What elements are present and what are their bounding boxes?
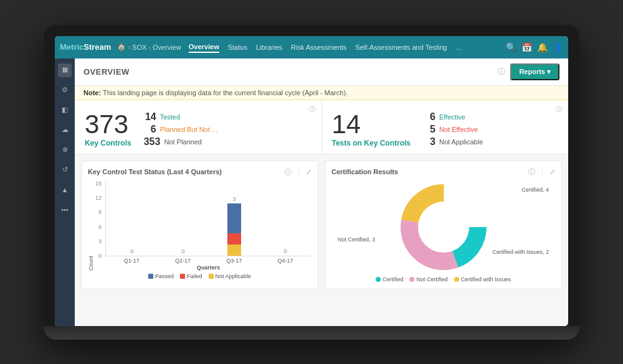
stat-rows-left: 14 Tested 6 Planned But Not ... 353 Not … [144, 111, 217, 147]
not-effective-label[interactable]: Not Effective [439, 126, 478, 133]
notifications-icon[interactable]: 🔔 [537, 42, 548, 52]
legend-label-na: Not Applicable [216, 273, 252, 279]
stat-panel-key-controls: ⓘ 373 Key Controls 14 Tested [75, 100, 321, 154]
not-effective-count: 5 [423, 124, 435, 135]
x-label-q2: Q2-17 [163, 258, 202, 264]
donut-label-not-certified: Not Certified, 3 [338, 236, 375, 243]
stat-row-not-effective: 5 Not Effective [423, 124, 483, 135]
bar-segment-na-q3 [227, 245, 241, 256]
sidebar-icon-home[interactable]: ⊞ [58, 63, 72, 77]
bar-chart-menu-icon[interactable]: ⋮ [295, 168, 302, 176]
sidebar-icon-refresh[interactable]: ↺ [58, 163, 72, 177]
user-icon[interactable]: 👤 [553, 42, 563, 52]
key-controls-label[interactable]: Key Controls [85, 139, 131, 147]
content-header: OVERVIEW ⓘ Reports ▾ [75, 58, 568, 86]
stat-rows-right: 6 Effective 5 Not Effective 3 Not Applic… [423, 111, 483, 147]
x-labels: Q1-17 Q2-17 Q3-17 Q4-17 [105, 256, 312, 264]
home-icon[interactable]: 🏠 [117, 43, 126, 51]
nav-self-assessments[interactable]: Self-Assessments and Testing [355, 42, 447, 52]
stats-area: ⓘ 373 Key Controls 14 Tested [75, 100, 568, 154]
bar-chart-main: 0 0 [105, 180, 312, 271]
y-axis-label: Count [88, 180, 94, 271]
note-text: This landing page is displaying data for… [103, 89, 348, 96]
sidebar-icon-close[interactable]: ⊗ [58, 143, 72, 157]
breadcrumb-sox[interactable]: SOX [132, 44, 146, 51]
bar-chart-legend: Passed Failed Not Applicable [88, 273, 312, 279]
stat-row-planned: 6 Planned But Not ... [144, 124, 217, 135]
donut-chart-title: Certification Results [331, 168, 398, 175]
not-applicable-count: 3 [423, 136, 435, 147]
laptop-base [44, 326, 579, 340]
sidebar-icon-settings[interactable]: ⚙ [58, 83, 72, 97]
reports-button[interactable]: Reports ▾ [510, 63, 559, 80]
planned-label[interactable]: Planned But Not ... [160, 126, 217, 133]
donut-chart-menu-icon[interactable]: ⋮ [539, 168, 546, 176]
stat-row-effective: 6 Effective [423, 111, 483, 123]
breadcrumb-overview[interactable]: Overview [153, 44, 181, 51]
bar-stack-q3 [227, 203, 241, 256]
legend-not-certified: Not Certified [409, 276, 447, 282]
bar-chart-info-icon[interactable]: ⓘ [285, 167, 292, 177]
stat-row-tested: 14 Tested [144, 111, 217, 123]
bar-top-label-q2: 0 [182, 248, 185, 254]
y-axis: 15 12 9 6 3 0 [95, 180, 105, 271]
tests-label[interactable]: Tests on Key Controls [332, 139, 411, 147]
legend-label-passed: Passed [155, 273, 174, 279]
sidebar-icon-cloud[interactable]: ☁ [58, 123, 72, 137]
legend-dot-cert-issues [454, 277, 459, 282]
nav-more[interactable]: ... [456, 42, 462, 52]
nav-risk[interactable]: Risk Assessments [291, 42, 346, 52]
legend-dot-passed [148, 274, 153, 279]
sidebar-icon-more[interactable]: ••• [58, 203, 72, 217]
bar-group-q2: 0 [163, 248, 203, 256]
info-icon-left[interactable]: ⓘ [309, 105, 315, 114]
sidebar-icon-layout[interactable]: ◧ [58, 103, 72, 117]
sidebar-icon-alert[interactable]: ▲ [58, 183, 72, 197]
top-nav: MetricStream 🏠 › SOX › Overview Overview… [55, 36, 568, 58]
bar-chart-plot: 0 0 [105, 180, 312, 256]
key-controls-count: 373 [85, 111, 131, 138]
legend-passed: Passed [148, 273, 174, 279]
donut-chart-info-icon[interactable]: ⓘ [528, 167, 535, 177]
stat-row-not-planned: 353 Not Planned [144, 136, 217, 147]
legend-dot-na [209, 274, 214, 279]
bar-chart-panel: Key Control Test Status (Last 4 Quarters… [81, 161, 318, 289]
bar-segment-failed-q3 [227, 233, 241, 245]
nav-overview[interactable]: Overview [189, 42, 219, 53]
not-applicable-label[interactable]: Not Applicable [439, 138, 483, 146]
bar-group-q4: 0 [265, 248, 305, 256]
x-label-q3: Q3-17 [214, 258, 254, 264]
info-icon-header[interactable]: ⓘ [498, 67, 505, 77]
bar-chart-expand-icon[interactable]: ⤢ [306, 168, 312, 176]
donut-label-certified: Certified, 4 [521, 187, 549, 193]
donut-chart-expand-icon[interactable]: ⤢ [549, 168, 555, 176]
nav-libraries[interactable]: Libraries [256, 42, 282, 52]
tests-count: 14 [332, 111, 411, 138]
nav-status[interactable]: Status [228, 42, 247, 52]
legend-dot-not-certified [409, 277, 414, 282]
calendar-icon[interactable]: 📅 [521, 42, 532, 52]
effective-count: 6 [423, 111, 435, 123]
x-axis-title: Quarters [105, 264, 312, 271]
bar-chart-body: Count 15 12 9 6 3 0 [88, 180, 312, 271]
bar-group-q1: 0 [112, 248, 152, 256]
info-icon-right[interactable]: ⓘ [556, 105, 562, 114]
effective-label[interactable]: Effective [439, 113, 465, 121]
legend-na: Not Applicable [209, 273, 252, 279]
sidebar: ⊞ ⚙ ◧ ☁ ⊗ ↺ ▲ ••• [55, 58, 75, 326]
breadcrumb: 🏠 › SOX › Overview [117, 43, 181, 51]
bar-top-label-q1: 0 [131, 248, 134, 254]
tested-label[interactable]: Tested [160, 113, 180, 121]
not-planned-label[interactable]: Not Planned [164, 138, 202, 146]
search-icon[interactable]: 🔍 [506, 42, 516, 52]
donut-center [421, 205, 466, 250]
bar-chart-header: Key Control Test Status (Last 4 Quarters… [88, 167, 312, 177]
not-planned-count: 353 [144, 136, 161, 147]
legend-label-failed: Failed [187, 273, 202, 279]
stat-panel-tests: ⓘ 14 Tests on Key Controls 6 Effective [321, 100, 569, 154]
legend-label-not-certified: Not Certified [416, 276, 447, 282]
bar-chart-actions: ⓘ ⋮ ⤢ [285, 167, 312, 177]
brand-logo: MetricStream [60, 42, 111, 52]
legend-label-certified: Certified [383, 276, 404, 282]
page-title: OVERVIEW [83, 67, 130, 77]
